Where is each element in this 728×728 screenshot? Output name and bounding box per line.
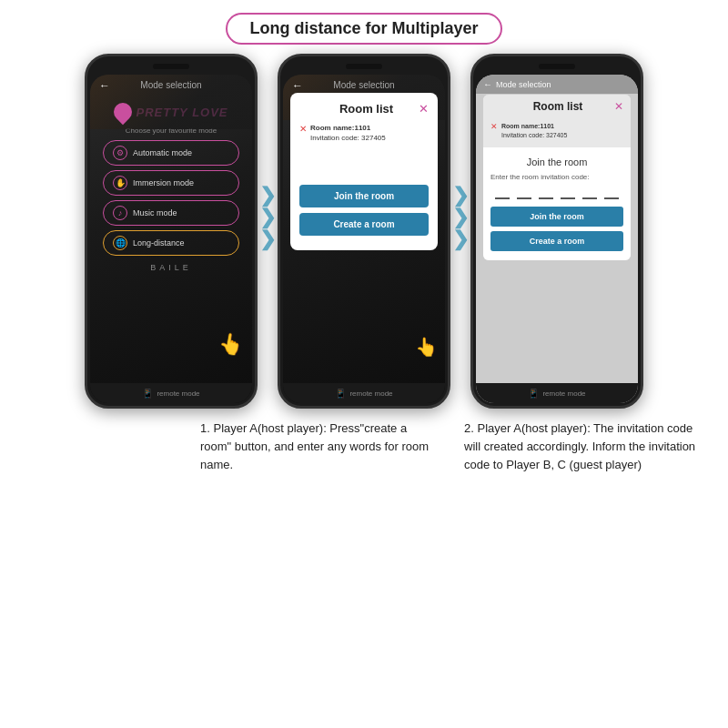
remote-icon-1: 📱 xyxy=(142,389,153,399)
phone3-room-name: Room name:1101 xyxy=(501,122,567,131)
finger-cursor-2: 👆 xyxy=(415,336,438,358)
phone-3-topbar-title: Mode selection xyxy=(496,80,551,89)
remote-label-3: remote mode xyxy=(542,389,585,398)
desc-block-2: 2. Player A(host player): The invitation… xyxy=(464,420,701,474)
desc-1-text: Player A(host player): Press"create a ro… xyxy=(200,421,429,471)
automatic-label: Automatic mode xyxy=(133,148,192,157)
automatic-icon: ⚙ xyxy=(113,146,127,160)
desc-2-text: Player A(host player): The invitation co… xyxy=(464,421,695,471)
room-list-modal-2: Room list ✕ ✕ Room name:1101 Invitation … xyxy=(290,93,438,250)
phone-2-bg: ← Mode selection Room list ✕ ✕ Room name… xyxy=(283,75,445,403)
phone-3: ← Mode selection Room list ✕ ✕ Room name… xyxy=(470,54,643,409)
create-room-btn-2[interactable]: Create a room xyxy=(299,213,429,236)
phone3-room-x: ✕ xyxy=(490,122,498,131)
phone3-modal-close[interactable]: ✕ xyxy=(614,100,623,113)
desc-1-number: 1. xyxy=(200,421,210,435)
phone-1-screen: ← Mode selection PRETTY LOVE Choose your… xyxy=(90,75,252,403)
desc-row: 1. Player A(host player): Press"create a… xyxy=(0,409,728,474)
modal-title-row-2: Room list ✕ xyxy=(299,102,429,116)
invitation-code-2: Invitation code: 327405 xyxy=(310,133,386,143)
immersion-icon: ✋ xyxy=(113,176,127,190)
join-room-btn-2[interactable]: Join the room xyxy=(299,185,429,207)
phone3-modal-title: Room list xyxy=(533,100,583,113)
arrow-chevron-1a: ❯ xyxy=(259,186,276,206)
mode-btn-immersion[interactable]: ✋ Immersion mode xyxy=(103,170,239,196)
join-sub-title: Join the room xyxy=(490,157,623,167)
phone-1-back[interactable]: ← xyxy=(99,79,110,92)
desc-text-1: 1. Player A(host player): Press"create a… xyxy=(200,420,437,474)
immersion-label: Immersion mode xyxy=(133,178,194,187)
phone-3-bg: ← Mode selection Room list ✕ ✕ Room name… xyxy=(476,75,638,403)
arrow-2: ❯ ❯ ❯ xyxy=(452,186,469,249)
remote-icon-2: 📱 xyxy=(335,389,346,399)
phone3-invitation-code: Invitation code: 327405 xyxy=(501,131,567,140)
phone-3-back[interactable]: ← xyxy=(483,79,492,89)
remote-bar-1: 📱 remote mode xyxy=(90,383,252,403)
arrow-1: ❯ ❯ ❯ xyxy=(259,186,276,249)
page-title-container: Long distance for Multiplayer xyxy=(0,13,728,45)
long-distance-label: Long-distance xyxy=(133,238,185,248)
mode-btn-automatic[interactable]: ⚙ Automatic mode xyxy=(103,140,239,166)
phone-1-topbar: ← Mode selection xyxy=(90,75,252,96)
join-code-input[interactable] xyxy=(490,185,623,199)
phone-3-screen: ← Mode selection Room list ✕ ✕ Room name… xyxy=(476,75,638,403)
finger-cursor-1: 👆 xyxy=(217,330,245,358)
long-distance-icon: 🌐 xyxy=(113,236,127,250)
music-label: Music mode xyxy=(133,208,177,217)
remote-label-2: remote mode xyxy=(349,389,392,398)
remote-icon-3: 📱 xyxy=(528,389,539,399)
modal-title-2: Room list xyxy=(314,102,419,116)
code-char-5[interactable] xyxy=(582,185,597,199)
phone-2-back[interactable]: ← xyxy=(292,79,303,92)
arrow-chevron-1c: ❯ xyxy=(259,229,276,249)
phone3-modal-header: Room list ✕ xyxy=(483,95,631,118)
phone-3-topbar: ← Mode selection xyxy=(476,75,638,94)
code-char-6[interactable] xyxy=(604,185,619,199)
code-char-1[interactable] xyxy=(495,185,510,199)
phone-1-bg: ← Mode selection PRETTY LOVE Choose your… xyxy=(90,75,252,403)
code-char-2[interactable] xyxy=(517,185,531,199)
code-char-4[interactable] xyxy=(561,185,575,199)
arrow-chevron-2c: ❯ xyxy=(452,229,469,249)
room-info-2: Room name:1101 Invitation code: 327405 xyxy=(310,123,386,143)
join-sub-label: Enter the room invitation code: xyxy=(490,173,623,181)
phone3-room-entry: ✕ Room name:1101 Invitation code: 327405 xyxy=(483,118,631,144)
room-list-modal-3: Room list ✕ ✕ Room name:1101 Invitation … xyxy=(483,95,631,260)
phone3-room-info: Room name:1101 Invitation code: 327405 xyxy=(501,122,567,140)
modal-close-2[interactable]: ✕ xyxy=(419,102,429,116)
arrow-chevron-2b: ❯ xyxy=(452,207,469,228)
phone-2-topbar-title: Mode selection xyxy=(333,80,394,90)
desc-2-number: 2. xyxy=(464,421,474,435)
create-room-btn-3[interactable]: Create a room xyxy=(490,231,623,251)
remote-bar-2: 📱 remote mode xyxy=(283,383,445,403)
baile-text: BAILE xyxy=(90,263,252,272)
music-icon: ♪ xyxy=(113,206,127,220)
room-entry-2: ✕ Room name:1101 Invitation code: 327405 xyxy=(299,123,429,143)
desc-text-2: 2. Player A(host player): The invitation… xyxy=(464,420,701,474)
page-title: Long distance for Multiplayer xyxy=(226,13,501,45)
arrow-chevron-1b: ❯ xyxy=(259,207,276,228)
code-char-3[interactable] xyxy=(539,185,553,199)
phone-2: ← Mode selection Room list ✕ ✕ Room name… xyxy=(278,54,450,409)
room-x-2: ✕ xyxy=(299,124,307,134)
desc-block-1: 1. Player A(host player): Press"create a… xyxy=(200,420,437,474)
join-sub-modal: Join the room Enter the room invitation … xyxy=(483,147,631,260)
remote-label-1: remote mode xyxy=(157,389,199,398)
room-name-2: Room name:1101 xyxy=(310,123,386,133)
phone-2-screen: ← Mode selection Room list ✕ ✕ Room name… xyxy=(283,75,445,403)
remote-bar-3: 📱 remote mode xyxy=(476,383,638,403)
phones-row: ← Mode selection PRETTY LOVE Choose your… xyxy=(0,54,728,409)
phone-1-topbar-title: Mode selection xyxy=(140,80,201,90)
arrow-chevron-2a: ❯ xyxy=(452,186,469,206)
mode-btn-long-distance[interactable]: 🌐 Long-distance xyxy=(103,230,239,256)
phone-1: ← Mode selection PRETTY LOVE Choose your… xyxy=(85,54,258,409)
mode-btn-music[interactable]: ♪ Music mode xyxy=(103,200,239,226)
join-room-btn-3[interactable]: Join the room xyxy=(490,207,623,227)
